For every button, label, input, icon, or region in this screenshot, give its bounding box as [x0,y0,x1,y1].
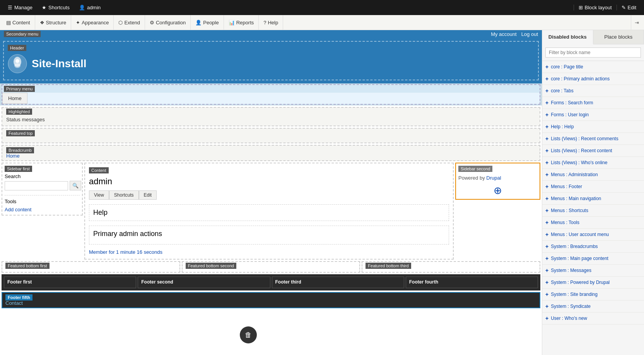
highlighted-label: Highlighted [6,109,32,115]
star-icon: ★ [42,5,46,10]
drupal-link[interactable]: Drupal [486,175,501,181]
log-out-link[interactable]: Log out [521,31,538,37]
plus-icon: + [545,303,548,309]
add-block-button[interactable]: ⊕ [458,185,537,197]
header-region-label: Header [8,45,26,51]
tools-block: Tools Add content [5,199,80,212]
footer-second-col: Footer second [138,277,270,288]
tab-edit[interactable]: Edit [139,190,157,200]
nav-people[interactable]: 👤 People [191,15,224,30]
footer-fifth-label: Footer fifth [5,294,32,301]
block-list-item[interactable]: +Menus : Main navigation [542,193,644,205]
block-list-item[interactable]: +core : Page title [542,61,644,73]
reports-icon: 📊 [229,20,235,25]
disabled-blocks-tab[interactable]: Disabled blocks [542,30,593,44]
manage-menu[interactable]: ☰ Manage [3,0,37,15]
block-list-item[interactable]: +System : Powered by Drupal [542,277,644,289]
footer-second-label: Footer second [141,279,266,285]
nav-people-label: People [203,20,219,25]
breadcrumb-home-link[interactable]: Home [6,153,20,159]
block-layout-button[interactable]: ⊞ Block layout [574,5,617,10]
block-list-item[interactable]: +core : Tabs [542,85,644,97]
tab-shortcuts[interactable]: Shortcuts [109,190,139,200]
primary-admin-title: Primary admin actions [93,230,445,238]
svg-point-2 [14,63,20,68]
plus-icon: + [545,267,548,273]
block-list-item[interactable]: +Forms : Search form [542,97,644,109]
hamburger-icon: ☰ [8,5,12,10]
block-list-item[interactable]: +Forms : User login [542,109,644,121]
member-info: Member for 1 minute 16 seconds [89,249,449,255]
search-input-row: 🔍 [5,181,80,190]
block-list-item[interactable]: +Menus : Administration [542,169,644,181]
block-list-item[interactable]: +core : Primary admin actions [542,73,644,85]
main-layout: Secondary menu My account Log out Header… [0,30,644,355]
site-name: Site-Install [32,58,87,70]
trash-fab-button[interactable]: 🗑 [240,326,257,343]
featured-bottom-second: Featured bottom second [182,261,360,273]
plus-icon: + [545,243,548,250]
footer-fourth-label: Footer fourth [409,279,535,285]
nav-appearance-label: Appearance [82,20,109,25]
block-list-item[interactable]: +Menus : Tools [542,217,644,229]
block-list-item[interactable]: +System : Main page content [542,253,644,265]
extend-icon: ⬡ [118,20,123,25]
place-blocks-tab[interactable]: Place blocks [593,30,644,44]
nav-help[interactable]: ? Help [259,15,283,30]
content-region-label: Content [89,167,109,173]
plus-icon: + [545,148,548,154]
sidebar-first-label: Sidebar first [5,166,32,172]
nav-reports[interactable]: 📊 Reports [224,15,259,30]
content-region: Content admin View Shortcuts Edit Help P… [84,163,454,260]
header-region: Header Site-Install [3,41,539,80]
user-icon: 👤 [79,5,85,10]
admin-bar: ☰ Manage ★ Shortcuts 👤 admin ⊞ Block lay… [0,0,644,15]
block-list-item[interactable]: +Menus : Footer [542,181,644,193]
tab-view[interactable]: View [89,190,109,200]
block-list-item[interactable]: +Help : Help [542,121,644,133]
edit-button[interactable]: ✎ Edit [617,5,641,10]
nav-configuration[interactable]: ⚙ Configuration [145,15,191,30]
my-account-link[interactable]: My account [491,31,516,37]
primary-menu-home[interactable]: Home [2,93,27,104]
block-list-item[interactable]: +Menus : User account menu [542,229,644,241]
search-block-title: Search [5,173,80,179]
block-list-item[interactable]: +Lists (Views) : Recent comments [542,133,644,145]
block-filter-input[interactable] [545,48,641,58]
block-list-item[interactable]: +Lists (Views) : Recent content [542,145,644,157]
secondary-menu-label: Secondary menu [4,31,41,37]
footer-cols: Footer first Footer second Footer third … [4,277,538,288]
block-list-item[interactable]: +System : Breadcrumbs [542,241,644,253]
contact-link[interactable]: Contact [5,300,23,306]
block-list-item[interactable]: +Lists (Views) : Who's online [542,157,644,169]
nav-appearance[interactable]: ✦ Appearance [71,15,114,30]
block-list-item[interactable]: +System : Site branding [542,289,644,301]
search-submit-button[interactable]: 🔍 [70,181,81,190]
appearance-icon: ✦ [76,20,80,25]
plus-icon: + [545,88,548,94]
search-input[interactable] [5,181,68,190]
nav-toggle[interactable]: ⇥ [631,15,642,30]
add-content-link[interactable]: Add content [5,207,31,212]
plus-icon: + [545,64,548,70]
nav-structure[interactable]: ❖ Structure [35,15,72,30]
highlighted-region: Highlighted Status messages [2,107,540,126]
content-tabs: View Shortcuts Edit [89,190,449,200]
block-list-item[interactable]: +System : Messages [542,265,644,277]
tools-title: Tools [5,199,80,204]
nav-extend-label: Extend [124,20,140,25]
block-list-item[interactable]: +User : Who's new [542,313,644,324]
nav-extend[interactable]: ⬡ Extend [114,15,145,30]
sidebar-first-region: Sidebar first Search 🔍 Tools Add content [2,163,83,216]
block-layout-icon: ⊞ [579,5,583,10]
featured-bottom-row: Featured bottom first Featured bottom se… [2,261,540,273]
content-area: Secondary menu My account Log out Header… [0,30,542,355]
block-list-item[interactable]: +Menus : Shortcuts [542,205,644,217]
shortcuts-menu[interactable]: ★ Shortcuts [37,0,74,15]
admin-bar-right: ⊞ Block layout ✎ Edit [574,5,641,10]
nav-content[interactable]: ▤ Content [2,15,35,30]
people-icon: 👤 [195,20,202,25]
admin-user-menu[interactable]: 👤 admin [74,0,105,15]
block-list-item[interactable]: +System : Syndicate [542,301,644,313]
tools-links: Add content [5,207,80,212]
